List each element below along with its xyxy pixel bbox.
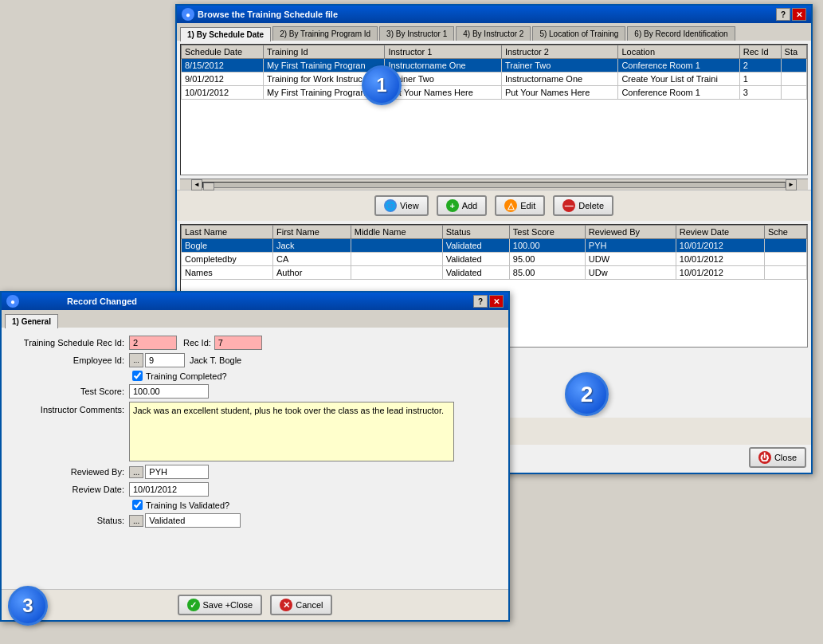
student-col-testscore: Test Score	[509, 226, 585, 239]
add-button[interactable]: + Add	[437, 195, 488, 216]
row-training-sched-rec-id: Training Schedule Rec Id: Rec Id:	[10, 336, 500, 350]
employee-id-label: Employee Id:	[10, 355, 129, 365]
record-help-button[interactable]: ?	[473, 295, 488, 308]
student-row-0[interactable]: Bogle Jack Validated 100.00 PYH 10/01/20…	[182, 239, 807, 253]
tab-by-training-program-id[interactable]: 2) By Training Program Id	[272, 26, 378, 41]
status-label: Status:	[10, 516, 129, 525]
student-sche-1	[764, 253, 806, 266]
row-status: Status: ...	[10, 513, 500, 528]
row-test-score: Test Score:	[10, 384, 500, 399]
student-middlename-2	[351, 266, 442, 280]
cell-training-id-0: My First Training Progran	[264, 59, 385, 73]
employee-id-picker-button[interactable]: ...	[129, 353, 143, 367]
rec-id-label: Rec Id:	[183, 338, 211, 348]
training-completed-label: Training Completed?	[146, 371, 227, 381]
cell-instructor2-0: Trainer Two	[501, 59, 618, 73]
browse-title-icon: ●	[182, 8, 194, 21]
schedule-table: Schedule Date Training Id Instructor 1 I…	[181, 45, 807, 100]
scroll-right-arrow[interactable]: ►	[786, 179, 797, 190]
view-button[interactable]: 🌐 View	[374, 195, 429, 216]
reviewed-by-picker-button[interactable]: ...	[129, 466, 143, 478]
student-firstname-2: Author	[272, 266, 351, 280]
tab-by-schedule-date[interactable]: 1) By Schedule Date	[180, 27, 271, 41]
student-reviewedby-2: UDw	[585, 266, 676, 280]
schedule-row-1[interactable]: 9/01/2012 Training for Work Instruc Trai…	[182, 73, 807, 86]
close-icon: ⏻	[758, 451, 771, 464]
employee-name: Jack T. Bogle	[190, 355, 241, 365]
scroll-thumb[interactable]	[203, 183, 214, 190]
cancel-button[interactable]: ✕ Cancel	[270, 595, 332, 615]
cell-recid-0: 2	[739, 59, 781, 73]
student-testscore-0: 100.00	[509, 239, 585, 253]
cell-instructor2-1: Instructorname One	[501, 73, 618, 86]
save-close-button[interactable]: ✓ Save +Close	[178, 595, 263, 615]
reviewed-by-input[interactable]	[145, 465, 209, 479]
tab-location[interactable]: 5) Location of Training	[532, 26, 625, 41]
col-rec-id: Rec Id	[739, 45, 781, 59]
instructor-comments-textarea[interactable]: Jack was an excellent student, plus he t…	[129, 402, 454, 461]
employee-id-input[interactable]	[145, 353, 185, 367]
student-col-reviewedby: Reviewed By	[585, 226, 676, 239]
cell-date-1: 9/01/2012	[182, 73, 264, 86]
review-date-label: Review Date:	[10, 485, 129, 494]
cell-date-2: 10/01/2012	[182, 86, 264, 100]
student-row-2[interactable]: Names Author Validated 85.00 UDw 10/01/2…	[182, 266, 807, 280]
col-training-id: Training Id	[264, 45, 385, 59]
scroll-left-arrow[interactable]: ◄	[191, 179, 202, 190]
record-close-x-button[interactable]: ✕	[489, 295, 504, 308]
schedule-action-bar: 🌐 View + Add △ Edit — Delete	[177, 190, 811, 221]
instructor-comments-label: Instructor Comments:	[10, 402, 129, 414]
save-icon: ✓	[187, 599, 200, 611]
training-completed-checkbox[interactable]	[132, 371, 143, 381]
status-picker-button[interactable]: ...	[129, 515, 143, 527]
close-x-button[interactable]: ✕	[792, 8, 806, 21]
test-score-input[interactable]	[129, 384, 209, 399]
record-form: Training Schedule Rec Id: Rec Id: Employ…	[2, 328, 508, 536]
schedule-row-0[interactable]: 8/15/2012 My First Training Progran Inst…	[182, 59, 807, 73]
cell-instructor1-1: Trainer Two	[385, 73, 502, 86]
save-label: Save +Close	[203, 600, 253, 610]
close-button[interactable]: ⏻ Close	[749, 447, 806, 468]
close-label: Close	[774, 453, 797, 462]
training-validated-label: Training Is Validated?	[146, 501, 229, 510]
edit-button[interactable]: △ Edit	[495, 195, 545, 216]
student-row-1[interactable]: Completedby CA Validated 95.00 UDW 10/01…	[182, 253, 807, 266]
step3-circle: 3	[8, 586, 48, 626]
view-label: View	[400, 201, 419, 210]
training-validated-checkbox[interactable]	[132, 500, 143, 510]
schedule-table-container: Schedule Date Training Id Instructor 1 I…	[180, 44, 808, 175]
student-col-reviewdate: Review Date	[676, 226, 764, 239]
browse-title-text: Browse the Training Schedule file	[198, 10, 338, 19]
rec-id-input[interactable]	[214, 336, 262, 350]
col-schedule-date: Schedule Date	[182, 45, 264, 59]
delete-icon: —	[562, 199, 575, 212]
record-title-buttons: ? ✕	[473, 295, 504, 308]
student-firstname-1: CA	[272, 253, 351, 266]
student-reviewdate-1: 10/01/2012	[676, 253, 764, 266]
tabs-bar: 1) By Schedule Date 2) By Training Progr…	[177, 23, 811, 41]
help-button[interactable]: ?	[776, 8, 790, 21]
status-input[interactable]	[145, 513, 241, 528]
tab-by-instructor-2[interactable]: 4) By Instructor 2	[456, 26, 531, 41]
tab-record-id[interactable]: 6) By Record Identification	[627, 26, 735, 41]
cell-location-2: Conference Room 1	[618, 86, 739, 100]
student-sche-2	[764, 266, 806, 280]
cell-status-2	[781, 86, 806, 100]
schedule-row-2[interactable]: 10/01/2012 My First Training Progran Put…	[182, 86, 807, 100]
h-scroll-bar[interactable]: ◄ ►	[180, 179, 808, 190]
cell-recid-1: 1	[739, 73, 781, 86]
cell-instructor2-2: Put Your Names Here	[501, 86, 618, 100]
student-firstname-0: Jack	[272, 239, 351, 253]
scroll-track[interactable]	[202, 182, 786, 188]
record-tab-general[interactable]: 1) General	[5, 314, 58, 328]
add-icon: +	[446, 199, 459, 212]
tab-by-instructor-1[interactable]: 3) By Instructor 1	[379, 26, 454, 41]
training-sched-rec-id-input[interactable]	[129, 336, 177, 350]
student-middlename-1	[351, 253, 442, 266]
student-col-sche: Sche	[764, 226, 806, 239]
student-middlename-0	[351, 239, 442, 253]
record-title-text: Record Changed	[67, 296, 137, 306]
edit-label: Edit	[520, 201, 535, 210]
review-date-input[interactable]	[129, 482, 209, 497]
delete-button[interactable]: — Delete	[553, 195, 613, 216]
